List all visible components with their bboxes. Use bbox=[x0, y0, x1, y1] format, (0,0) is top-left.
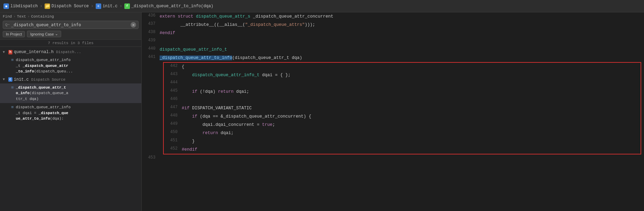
code-line-436: 436 extern struct dispatch_queue_attr_s … bbox=[142, 12, 644, 21]
doc-icon-1: ≡ bbox=[11, 58, 14, 63]
result-text-2: _dispatch_queue_attr_to_info(dispatch_qu… bbox=[16, 85, 68, 102]
file-name-initc: init.c bbox=[14, 77, 29, 82]
code-text-451: } bbox=[182, 137, 641, 145]
doc-icon-2: ≡ bbox=[11, 85, 14, 90]
code-text-447: #if DISPATCH_VARIANT_STATIC bbox=[182, 104, 641, 112]
code-text-437: __attribute__((__alias__("_dispatch_queu… bbox=[160, 21, 644, 29]
case-label: Ignoring Case bbox=[30, 32, 54, 36]
breadcrumb-initc[interactable]: c init.c bbox=[96, 3, 117, 9]
file-group-queue-internal: ▼ h queue_internal.h Dispatch... ≡ dispa… bbox=[0, 48, 141, 76]
code-text-449: dqai.dqai_concurrent = true; bbox=[182, 121, 641, 129]
scope-filter-button[interactable]: In Project bbox=[3, 31, 25, 37]
code-text-445: if (!dqa) return dqai; bbox=[182, 88, 641, 96]
chevron-down-icon: ⌄ bbox=[55, 32, 58, 36]
left-panel: Find › Text › Containing Q~ ✕ In Project… bbox=[0, 12, 142, 211]
code-text-448: if (dqa == &_dispatch_queue_attr_concurr… bbox=[182, 112, 641, 121]
breadcrumb-func-label: _dispatch_queue_attr_to_info(dqa) bbox=[131, 4, 214, 9]
line-num-440: 440 bbox=[142, 46, 160, 52]
result-item-initc-1[interactable]: ≡ _dispatch_queue_attr_to_info(dispatch_… bbox=[0, 83, 141, 103]
line-num-446: 446 bbox=[164, 96, 182, 102]
breadcrumb-sep-3: › bbox=[120, 3, 122, 9]
clear-search-button[interactable]: ✕ bbox=[131, 22, 136, 28]
results-count: 7 results in 3 files bbox=[0, 40, 141, 47]
text-label: Text bbox=[17, 14, 26, 19]
line-num-439: 439 bbox=[142, 37, 160, 43]
red-border-region: 442 { 443 dispatch_queue_attr_info_t dqa… bbox=[163, 62, 641, 154]
breadcrumb-initc-label: init.c bbox=[103, 4, 117, 9]
code-text-440: dispatch_queue_attr_info_t bbox=[160, 46, 644, 54]
line-num-449: 449 bbox=[164, 121, 182, 127]
file-group-initc: ▼ c init.c Dispatch Source ≡ _dispatch_q… bbox=[0, 76, 141, 123]
breadcrumb-sep-2: › bbox=[91, 3, 94, 9]
result-text-3: dispatch_queue_attr_info_t dqai = _dispa… bbox=[16, 104, 70, 122]
find-bar: Find › Text › Containing Q~ ✕ In Project… bbox=[0, 12, 141, 40]
breadcrumb-bar: ◼ libdispatch › 📁 Dispatch Source › c in… bbox=[0, 0, 644, 12]
line-num-445: 445 bbox=[164, 88, 182, 94]
search-input[interactable] bbox=[11, 22, 129, 27]
chevron-icon-initc: ▼ bbox=[3, 78, 7, 81]
result-item-initc-2[interactable]: ≡ dispatch_queue_attr_info_t dqai = _dis… bbox=[0, 103, 141, 123]
code-line-448: 448 if (dqa == &_dispatch_queue_attr_con… bbox=[164, 112, 641, 121]
c-file-icon-results: c bbox=[8, 77, 12, 82]
breadcrumb-sep-1: › bbox=[40, 3, 42, 9]
doc-icon-3: ≡ bbox=[11, 105, 14, 110]
code-area[interactable]: 436 extern struct dispatch_queue_attr_s … bbox=[142, 12, 644, 211]
breadcrumb-dispatch-source[interactable]: 📁 Dispatch Source bbox=[45, 3, 89, 9]
line-num-452: 452 bbox=[164, 145, 182, 152]
main-content: Find › Text › Containing Q~ ✕ In Project… bbox=[0, 12, 644, 211]
file-header-queue-internal[interactable]: ▼ h queue_internal.h Dispatch... bbox=[0, 48, 141, 56]
line-num-447: 447 bbox=[164, 104, 182, 110]
code-line-443: 443 dispatch_queue_attr_info_t dqai = { … bbox=[164, 71, 641, 79]
code-text-452: #endif bbox=[182, 145, 641, 154]
c-file-icon: c bbox=[96, 3, 101, 9]
code-line-446: 446 bbox=[164, 96, 641, 104]
chevron-icon-queue: ▼ bbox=[3, 50, 7, 54]
breadcrumb-libdispatch-label: libdispatch bbox=[10, 4, 38, 9]
code-line-447: 447 #if DISPATCH_VARIANT_STATIC bbox=[164, 104, 641, 112]
code-line-439: 439 bbox=[142, 37, 644, 46]
code-text-438: #endif bbox=[160, 29, 644, 37]
h-file-icon: h bbox=[8, 50, 12, 54]
line-num-448: 448 bbox=[164, 112, 182, 119]
libdispatch-icon: ◼ bbox=[3, 3, 9, 9]
code-line-453: 453 bbox=[142, 154, 644, 163]
line-num-451: 451 bbox=[164, 137, 182, 143]
code-line-452: 452 #endif bbox=[164, 145, 641, 154]
code-line-444: 444 bbox=[164, 79, 641, 88]
containing-label: Containing bbox=[31, 14, 54, 19]
breadcrumb-func[interactable]: f _dispatch_queue_attr_to_info(dqa) bbox=[124, 3, 214, 9]
results-list[interactable]: ▼ h queue_internal.h Dispatch... ≡ dispa… bbox=[0, 47, 141, 211]
find-sep-1: › bbox=[13, 14, 16, 19]
file-name-queue-internal: queue_internal.h bbox=[14, 50, 54, 54]
code-text-441: _dispatch_queue_attr_to_info(dispatch_qu… bbox=[160, 54, 644, 62]
line-num-453: 453 bbox=[142, 154, 160, 161]
folder-icon: 📁 bbox=[45, 3, 50, 9]
find-sep-2: › bbox=[27, 14, 30, 19]
file-subtitle-initc: Dispatch Source bbox=[31, 78, 65, 82]
code-line-440: 440 dispatch_queue_attr_info_t bbox=[142, 46, 644, 54]
line-num-443: 443 bbox=[164, 71, 182, 77]
line-num-436: 436 bbox=[142, 12, 160, 19]
search-row: Q~ ✕ bbox=[3, 21, 139, 29]
file-subtitle-queue: Dispatch... bbox=[56, 50, 81, 54]
line-num-438: 438 bbox=[142, 29, 160, 35]
code-line-450: 450 return dqai; bbox=[164, 129, 641, 137]
code-line-451: 451 } bbox=[164, 137, 641, 145]
func-icon: f bbox=[124, 3, 130, 9]
code-line-437: 437 __attribute__((__alias__("_dispatch_… bbox=[142, 21, 644, 29]
breadcrumb-libdispatch[interactable]: ◼ libdispatch bbox=[3, 3, 38, 9]
code-panel: 436 extern struct dispatch_queue_attr_s … bbox=[142, 12, 644, 211]
scope-label: In Project bbox=[6, 32, 22, 36]
line-num-442: 442 bbox=[164, 63, 182, 69]
case-filter-button[interactable]: Ignoring Case ⌄ bbox=[27, 31, 61, 37]
find-label: Find bbox=[3, 14, 12, 19]
line-num-444: 444 bbox=[164, 79, 182, 86]
code-text-442: { bbox=[182, 63, 641, 71]
code-text-444 bbox=[182, 79, 641, 88]
result-item-queue-1[interactable]: ≡ dispatch_queue_attr_info_t _dispatch_q… bbox=[0, 56, 141, 76]
result-text-1: dispatch_queue_attr_info_t _dispatch_que… bbox=[16, 57, 73, 74]
filter-row: In Project Ignoring Case ⌄ bbox=[3, 31, 139, 37]
search-q-icon: Q~ bbox=[5, 23, 10, 27]
file-header-initc[interactable]: ▼ c init.c Dispatch Source bbox=[0, 76, 141, 83]
breadcrumb-dispatch-source-label: Dispatch Source bbox=[51, 4, 89, 9]
